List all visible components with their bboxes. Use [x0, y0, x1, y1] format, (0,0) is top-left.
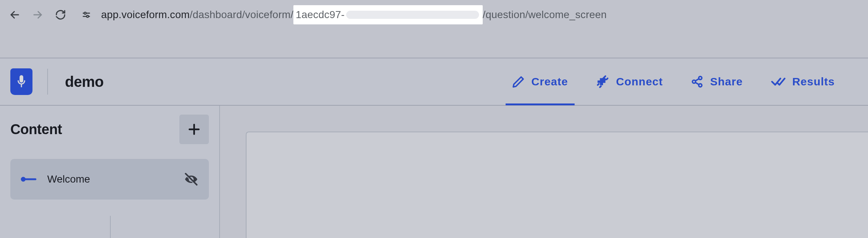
address-bar[interactable]: app.voiceform.com /dashboard/voiceform/ …: [101, 5, 607, 24]
svg-line-12: [695, 82, 699, 85]
tab-create[interactable]: Create: [509, 58, 572, 105]
plus-icon: [187, 122, 201, 136]
content-item-welcome[interactable]: Welcome: [10, 159, 209, 200]
tab-connect[interactable]: Connect: [592, 58, 666, 105]
plug-icon: [596, 75, 609, 88]
tab-label: Connect: [616, 75, 663, 88]
svg-point-3: [84, 12, 86, 14]
app-logo[interactable]: [10, 68, 32, 95]
brand-area: demo: [0, 58, 104, 105]
app-body: Content Welcome: [0, 106, 868, 238]
viewport-gap: [0, 30, 868, 58]
sidebar-header: Content: [10, 115, 209, 144]
pencil-icon: [512, 75, 525, 88]
tune-icon: [82, 10, 91, 20]
sidebar-subdivider: [110, 216, 111, 238]
share-icon: [691, 75, 703, 88]
site-settings-button[interactable]: [80, 8, 93, 21]
reload-button[interactable]: [53, 7, 68, 22]
check-icon: [771, 75, 786, 88]
sidebar-title: Content: [10, 122, 62, 137]
start-line-icon: [21, 176, 37, 183]
url-path-segment: /dashboard/voiceform/: [190, 9, 293, 21]
tab-label: Share: [710, 75, 743, 88]
back-button[interactable]: [7, 7, 22, 22]
url-highlight: 1aecdc97-: [293, 5, 483, 24]
url-path-suffix: /question/welcome_screen: [483, 9, 607, 21]
browser-toolbar: app.voiceform.com /dashboard/voiceform/ …: [0, 0, 868, 30]
tab-share[interactable]: Share: [687, 58, 746, 105]
url-id-prefix: 1aecdc97-: [296, 9, 345, 21]
form-title[interactable]: demo: [65, 74, 104, 90]
forward-button[interactable]: [30, 7, 45, 22]
microphone-icon: [16, 74, 27, 89]
svg-line-11: [695, 79, 699, 81]
header-tabs: Create Connect Share Results: [509, 58, 868, 105]
tab-label: Results: [792, 75, 835, 88]
form-canvas[interactable]: [246, 132, 868, 238]
canvas-area: [220, 106, 868, 238]
svg-point-5: [87, 16, 89, 17]
content-item-label: Welcome: [47, 173, 90, 185]
visibility-off-icon[interactable]: [184, 172, 199, 187]
tab-label: Create: [531, 75, 568, 88]
sidebar: Content Welcome: [0, 106, 220, 238]
arrow-right-icon: [32, 9, 43, 20]
add-content-button[interactable]: [179, 115, 209, 144]
svg-rect-6: [20, 75, 23, 83]
brand-divider: [47, 69, 48, 95]
app-header: demo Create Connect Share Results: [0, 58, 868, 106]
url-host: app.voiceform.com: [101, 9, 190, 21]
reload-icon: [55, 9, 66, 20]
url-redacted-segment: [346, 11, 479, 19]
tab-results[interactable]: Results: [767, 58, 838, 105]
arrow-left-icon: [9, 9, 20, 20]
